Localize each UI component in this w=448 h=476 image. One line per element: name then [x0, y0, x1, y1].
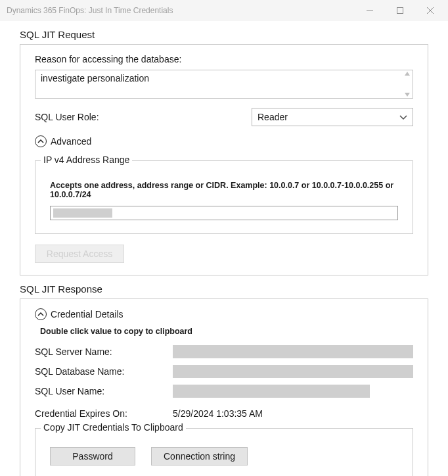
copy-hint: Double click value to copy to clipboard	[40, 327, 413, 336]
copy-clipboard-fieldset: Copy JIT Credentials To Clipboard Passwo…	[35, 428, 413, 476]
svg-rect-1	[397, 8, 403, 14]
scroll-down-icon	[405, 93, 410, 97]
svg-marker-4	[405, 72, 410, 76]
reason-textarea[interactable]: investigate personalization	[35, 70, 413, 99]
database-name-value[interactable]	[173, 365, 413, 378]
role-select[interactable]: Reader	[252, 108, 413, 126]
server-name-label: SQL Server Name:	[35, 346, 173, 357]
ip-range-legend: IP v4 Address Range	[41, 155, 132, 165]
response-section: Credential Details Double click value to…	[20, 298, 428, 476]
credential-details-expander[interactable]: Credential Details	[35, 308, 413, 320]
ip-range-fieldset: IP v4 Address Range Accepts one address,…	[35, 160, 413, 234]
ip-input-value-redacted	[53, 208, 112, 218]
reason-label: Reason for accessing the database:	[35, 54, 413, 64]
user-name-label: SQL User Name:	[35, 386, 173, 396]
textarea-scrollbar[interactable]	[402, 70, 413, 98]
expires-label: Credential Expires On:	[35, 408, 173, 419]
role-label: SQL User Role:	[35, 112, 252, 122]
titlebar: Dynamics 365 FinOps: Just In Time Creden…	[0, 0, 448, 21]
maximize-button[interactable]	[385, 0, 415, 21]
server-name-value[interactable]	[173, 345, 413, 358]
reason-value[interactable]: investigate personalization	[35, 70, 402, 98]
close-button[interactable]	[415, 0, 445, 21]
window-title: Dynamics 365 FinOps: Just In Time Creden…	[7, 6, 355, 15]
request-section-title: SQL JIT Request	[20, 29, 428, 40]
ip-hint: Accepts one address, address range or CI…	[50, 181, 398, 199]
chevron-down-icon	[399, 112, 407, 122]
role-selected-value: Reader	[258, 112, 288, 122]
chevron-up-circle-icon	[35, 308, 47, 320]
advanced-label: Advanced	[51, 136, 91, 147]
minimize-button[interactable]	[355, 0, 385, 21]
scroll-up-icon	[405, 72, 410, 76]
response-section-title: SQL JIT Response	[20, 283, 428, 295]
ip-input[interactable]	[50, 206, 398, 220]
advanced-expander[interactable]: Advanced	[35, 135, 413, 147]
copy-connection-string-button[interactable]: Connection string	[151, 447, 248, 465]
copy-clipboard-legend: Copy JIT Credentials To Clipboard	[41, 422, 186, 433]
database-name-label: SQL Database Name:	[35, 366, 173, 377]
credential-details-label: Credential Details	[51, 309, 123, 320]
expires-value: 5/29/2024 1:03:35 AM	[173, 408, 263, 419]
svg-marker-5	[405, 93, 410, 97]
request-section: Reason for accessing the database: inves…	[20, 44, 428, 275]
chevron-up-circle-icon	[35, 135, 47, 147]
user-name-value[interactable]	[173, 385, 370, 398]
copy-password-button[interactable]: Password	[50, 447, 135, 465]
request-access-button[interactable]: Request Access	[35, 245, 124, 263]
